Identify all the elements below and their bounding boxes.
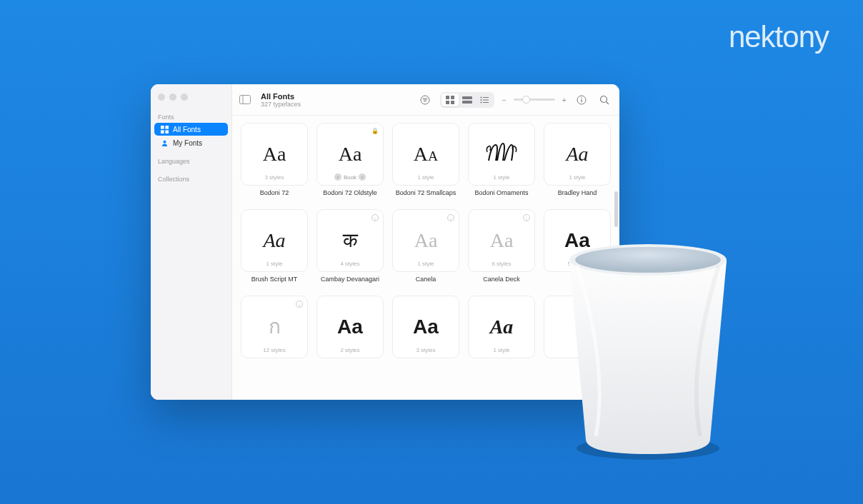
font-cell[interactable]: Aa3 styles xyxy=(392,296,459,369)
font-sample: Aa xyxy=(490,317,514,337)
font-card[interactable]: 1 style xyxy=(468,123,535,186)
svg-rect-18 xyxy=(483,97,489,98)
list-view-icon[interactable] xyxy=(476,94,493,106)
font-sample: Aa xyxy=(490,231,514,251)
font-card[interactable]: क↓4 styles xyxy=(316,209,384,272)
font-cell[interactable]: AA1 styleBodoni 72 Smallcaps xyxy=(392,123,459,203)
font-meta: 3 styles xyxy=(264,174,284,181)
font-card[interactable]: AA1 style xyxy=(392,123,459,186)
next-icon[interactable]: › xyxy=(359,173,366,181)
prev-icon[interactable]: ‹ xyxy=(334,173,341,181)
sample-view-icon[interactable] xyxy=(459,94,476,106)
sidebar-section-languages: Languages xyxy=(151,155,231,167)
sidebar-item-label: All Fonts xyxy=(173,126,201,133)
font-name: Brush Script MT xyxy=(241,276,308,283)
zoom-out-label[interactable]: − xyxy=(502,96,506,104)
svg-rect-0 xyxy=(161,126,164,129)
svg-rect-12 xyxy=(451,96,454,99)
download-icon[interactable]: ↓ xyxy=(523,214,530,221)
font-card[interactable]: Aa1 style xyxy=(241,209,308,272)
page-subtitle: 327 typefaces xyxy=(261,101,301,108)
font-book-window: Fonts All Fonts My Fonts Languages Colle… xyxy=(151,84,619,400)
font-name: Canela Deck xyxy=(468,276,535,283)
font-sample: AA xyxy=(414,144,438,164)
font-sample: Aa xyxy=(413,317,439,337)
zoom-slider[interactable] xyxy=(514,99,555,101)
svg-point-17 xyxy=(481,96,482,98)
font-cell[interactable]: Aa↓6 stylesCanela Deck xyxy=(468,209,535,290)
font-cell[interactable]: Aa1 styleBrush Script MT xyxy=(241,209,308,290)
font-sample: Aa xyxy=(414,231,438,251)
svg-point-4 xyxy=(163,140,166,143)
filter-icon[interactable] xyxy=(417,93,433,107)
download-icon[interactable]: ↓ xyxy=(296,301,303,308)
person-icon xyxy=(160,138,169,147)
svg-rect-25 xyxy=(581,99,582,102)
svg-line-27 xyxy=(607,101,609,104)
search-icon[interactable] xyxy=(597,93,612,107)
trash-icon xyxy=(552,240,744,461)
sidebar-item-all-fonts[interactable]: All Fonts xyxy=(154,123,228,136)
svg-rect-15 xyxy=(462,96,472,99)
font-meta: 12 styles xyxy=(263,347,286,353)
font-card[interactable]: Aa1 style xyxy=(468,296,535,358)
font-sample: Aa xyxy=(263,231,285,251)
toolbar: All Fonts 327 typefaces − + xyxy=(232,84,619,116)
svg-rect-11 xyxy=(446,96,449,99)
window-controls[interactable] xyxy=(151,91,231,111)
font-sample: Aa xyxy=(339,144,362,164)
font-sample: Aa xyxy=(566,144,588,164)
zoom-dot[interactable] xyxy=(181,94,188,101)
zoom-in-label[interactable]: + xyxy=(562,96,567,104)
svg-rect-5 xyxy=(240,95,251,104)
font-cell[interactable]: क↓4 stylesCambay Devanagari xyxy=(316,209,384,290)
font-card[interactable]: Aa↓1 style xyxy=(392,209,459,272)
scrollbar-thumb[interactable] xyxy=(614,191,618,227)
font-cell[interactable]: 1 styleBodoni Ornaments xyxy=(468,123,535,203)
svg-point-30 xyxy=(575,247,721,273)
font-meta: 1 style xyxy=(569,174,585,181)
font-meta: 1 style xyxy=(493,174,509,181)
font-card[interactable]: Aa1 style xyxy=(544,123,611,186)
close-dot[interactable] xyxy=(158,94,165,101)
sidebar-toggle-icon[interactable] xyxy=(239,95,251,105)
sidebar: Fonts All Fonts My Fonts Languages Colle… xyxy=(151,84,232,400)
font-card[interactable]: Aa3 styles xyxy=(392,296,459,358)
svg-rect-20 xyxy=(483,99,489,100)
font-cell[interactable]: Aa3 stylesBodoni 72 xyxy=(241,123,308,203)
font-cell[interactable]: ก↓12 styles xyxy=(241,296,308,369)
download-icon[interactable]: ↓ xyxy=(371,214,379,221)
font-name: Bodoni 72 Smallcaps xyxy=(392,189,459,196)
style-label: Book xyxy=(344,174,356,181)
font-card[interactable]: Aa🔒‹Book› xyxy=(316,123,384,186)
font-cell[interactable]: Aa↓1 styleCanela xyxy=(392,209,459,290)
minimize-dot[interactable] xyxy=(169,94,176,101)
font-meta: 2 styles xyxy=(340,347,359,353)
download-icon[interactable]: ↓ xyxy=(447,214,454,221)
sidebar-section-collections: Collections xyxy=(151,173,231,185)
brand-logo: nektony xyxy=(729,20,829,54)
font-sample: क xyxy=(343,231,358,251)
font-name: Bodoni Ornaments xyxy=(468,189,535,196)
grid-view-icon[interactable] xyxy=(442,94,459,106)
font-card[interactable]: Aa2 styles xyxy=(316,296,384,358)
font-cell[interactable]: Aa🔒‹Book›Bodoni 72 Oldstyle xyxy=(316,123,384,203)
font-card[interactable]: ก↓12 styles xyxy=(241,296,308,358)
sidebar-item-my-fonts[interactable]: My Fonts xyxy=(154,136,228,149)
font-cell[interactable]: Aa1 styleBradley Hand xyxy=(544,123,611,203)
font-cell[interactable]: Aa2 styles xyxy=(316,296,384,369)
view-segmented xyxy=(440,92,494,108)
font-sample: ก xyxy=(269,317,281,337)
svg-point-21 xyxy=(481,101,482,103)
font-cell[interactable]: Aa1 style xyxy=(468,296,535,369)
svg-rect-3 xyxy=(165,130,169,133)
font-meta: 1 style xyxy=(417,261,434,267)
font-card[interactable]: Aa↓6 styles xyxy=(468,209,535,272)
font-meta: 1 style xyxy=(493,347,509,353)
info-icon[interactable] xyxy=(574,93,589,107)
font-card[interactable]: Aa3 styles xyxy=(241,123,308,186)
font-meta: ‹Book› xyxy=(334,173,366,181)
font-meta: 6 styles xyxy=(492,261,511,267)
svg-point-24 xyxy=(581,97,582,99)
page-title: All Fonts xyxy=(261,92,301,101)
